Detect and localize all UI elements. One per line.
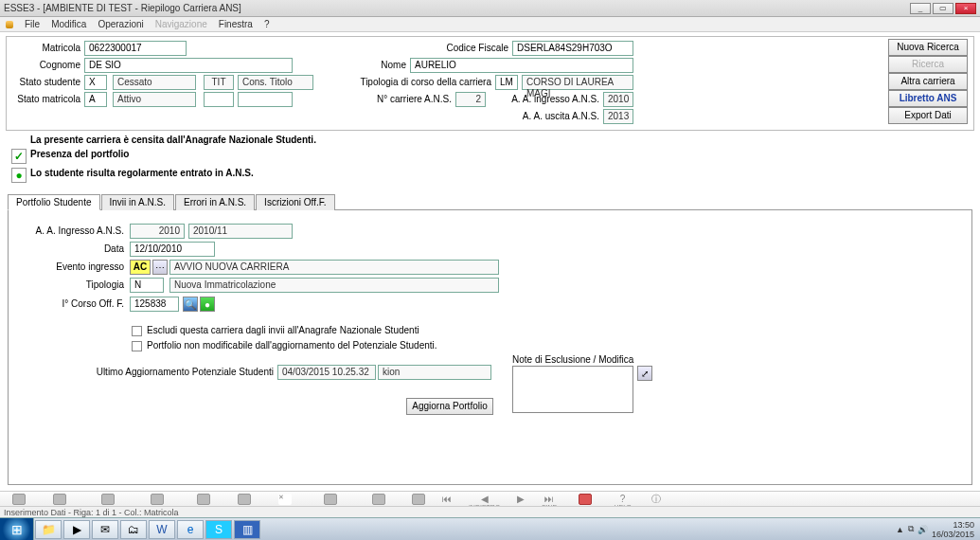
ultimo-agg-user: kion (378, 365, 491, 380)
menu-navigazione: Navigazione (155, 19, 207, 29)
aa-ingresso-value: 2010 (603, 92, 633, 107)
cognome-label: Cognome (7, 60, 80, 70)
corso-go-button[interactable]: ● (200, 297, 215, 312)
status-censita: La presente carriera è censita dall'Anag… (30, 135, 971, 145)
corso-off-f-label: I° Corso Off. F. (18, 298, 124, 309)
aggiorna-portfolio-button[interactable]: Aggiorna Portfolio (406, 398, 493, 415)
status-portfolio: Presenza del portfolio (30, 149, 971, 159)
tab-iscrizioni-off-f[interactable]: Iscrizioni Off.F. (256, 194, 334, 210)
tray-clock[interactable]: 13:50 16/03/2015 (932, 520, 974, 539)
stato-matricola-label: Stato matricola (7, 94, 80, 104)
task-esse3[interactable]: ▥ (234, 520, 260, 539)
tab-portfolio-studente[interactable]: Portfolio Studente (8, 194, 100, 210)
menu-file[interactable]: File (25, 19, 40, 29)
corso-search-button[interactable]: 🔍 (183, 297, 198, 312)
app-icon (6, 21, 13, 28)
prev-icon: ◀ (481, 494, 489, 504)
ultimo-agg-data: 04/03/2015 10.25.32 (277, 365, 376, 380)
aa-ingresso-pf-label: A. A. Ingresso A.N.S. (18, 225, 124, 236)
corso-off-f-input[interactable]: 125838 (130, 297, 179, 312)
recover-icon (101, 494, 115, 505)
note-textarea[interactable] (512, 366, 633, 413)
tipologia-corso-desc: CORSO DI LAUREA MAGI (522, 75, 633, 90)
matricola-input[interactable]: 0622300017 (84, 41, 187, 56)
start-button[interactable] (0, 518, 34, 541)
menu-finestra[interactable]: Finestra (219, 19, 253, 29)
nuova-ricerca-button[interactable]: Nuova Ricerca (888, 39, 968, 56)
evento-lookup-button[interactable]: ⋯ (152, 260, 168, 275)
aa-uscita-value: 2013 (603, 109, 633, 124)
save-icon (238, 494, 251, 505)
duplicate-icon (151, 494, 164, 505)
cf-input[interactable]: DSERLA84S29H703O (512, 41, 633, 56)
tray-volume-icon[interactable]: 🔊 (918, 525, 928, 534)
stato-matricola-desc: Attivo (113, 92, 196, 107)
tray-icon[interactable]: ▲ (896, 525, 904, 534)
task-ie[interactable]: e (177, 520, 204, 539)
data-label: Data (18, 243, 124, 254)
print-icon (53, 494, 66, 505)
escludi-label: Escludi questa carriera dagli invii all'… (147, 325, 419, 335)
search-icon (324, 494, 337, 505)
matricola-label: Matricola (7, 43, 80, 53)
info-icon: ⓘ (651, 493, 661, 506)
menubar: File Modifica Operazioni Navigazione Fin… (0, 17, 980, 32)
evento-ingresso-label: Evento ingresso (18, 261, 124, 272)
export-dati-button[interactable]: Export Dati (888, 107, 968, 124)
first-icon: ⏮ (442, 494, 452, 504)
ncarriere-value: 2 (455, 92, 486, 107)
menu-operazioni[interactable]: Operazioni (98, 19, 143, 29)
minimize-button[interactable]: _ (910, 3, 931, 14)
note-expand-button[interactable]: ⤢ (637, 366, 652, 381)
tit-field: TIT (204, 75, 234, 90)
tipologia-code[interactable]: N (130, 278, 164, 293)
status-regolare: Lo studente risulta regolarmente entrato… (30, 168, 971, 178)
extra1-input[interactable] (204, 92, 234, 107)
next-icon: ▶ (517, 494, 525, 504)
help-icon: ? (620, 494, 626, 504)
task-skype[interactable]: S (205, 520, 232, 539)
note-label: Note di Esclusione / Modifica (512, 354, 633, 365)
libretto-ans-button[interactable]: Libretto ANS (888, 90, 968, 107)
evento-code[interactable]: AC (130, 260, 151, 275)
task-outlook[interactable]: ✉ (92, 520, 118, 539)
extra2-input[interactable] (238, 92, 293, 107)
cognome-input[interactable]: DE SIO (84, 58, 293, 73)
nome-input[interactable]: AURELIO (410, 58, 633, 73)
ncarriere-label: N° carriere A.N.S. (366, 94, 452, 104)
portfolio-check-icon (11, 149, 27, 164)
tray-network-icon[interactable]: ⧉ (908, 524, 914, 534)
task-explorer[interactable]: 📁 (35, 520, 62, 539)
tipologia-corso-code[interactable]: LM (495, 75, 518, 90)
stato-studente-code[interactable]: X (84, 75, 107, 90)
task-media[interactable]: ▶ (63, 520, 90, 539)
altra-carriera-button[interactable]: Altra carriera (888, 73, 968, 90)
aa-ingresso-label: A. A. ingresso A.N.S. (495, 94, 599, 104)
cf-label: Codice Fiscale (366, 43, 508, 53)
student-header-panel: Matricola 0622300017 Cognome DE SIO Stat… (6, 36, 974, 131)
stato-matricola-code[interactable]: A (84, 92, 107, 107)
delete-x-icon: ✕ (278, 494, 292, 505)
task-word[interactable]: W (149, 520, 175, 539)
cons-titolo-field: Cons. Titolo (238, 75, 313, 90)
aa-range: 2010/11 (188, 224, 293, 239)
data-input[interactable]: 12/10/2010 (130, 242, 215, 257)
tab-errori-ans[interactable]: Errori in A.N.S. (175, 194, 255, 210)
reset-icon (412, 494, 425, 505)
portfolio-panel: A. A. Ingresso A.N.S. 2010 2010/11 Data … (8, 210, 972, 485)
window-title: ESSE3 - [AMBIENTE DI TEST - Riepilogo Ca… (4, 3, 241, 13)
window-titlebar: ESSE3 - [AMBIENTE DI TEST - Riepilogo Ca… (0, 0, 980, 17)
maximize-button[interactable]: ▭ (933, 3, 953, 14)
task-files[interactable]: 🗂 (120, 520, 147, 539)
non-modificabile-checkbox[interactable] (132, 341, 142, 351)
tipologia-corso-label: Tipologia di corso della carriera (329, 77, 491, 87)
menu-help[interactable]: ? (264, 19, 270, 29)
escludi-checkbox[interactable] (132, 326, 142, 336)
tab-invii-ans[interactable]: Invii in A.N.S. (101, 194, 174, 210)
ricerca-button[interactable]: Ricerca (888, 56, 968, 73)
menu-modifica[interactable]: Modifica (51, 19, 86, 29)
regolare-status-icon (11, 168, 27, 183)
append-icon (197, 494, 210, 505)
close-app-icon (579, 494, 592, 505)
close-button[interactable]: × (955, 3, 976, 14)
